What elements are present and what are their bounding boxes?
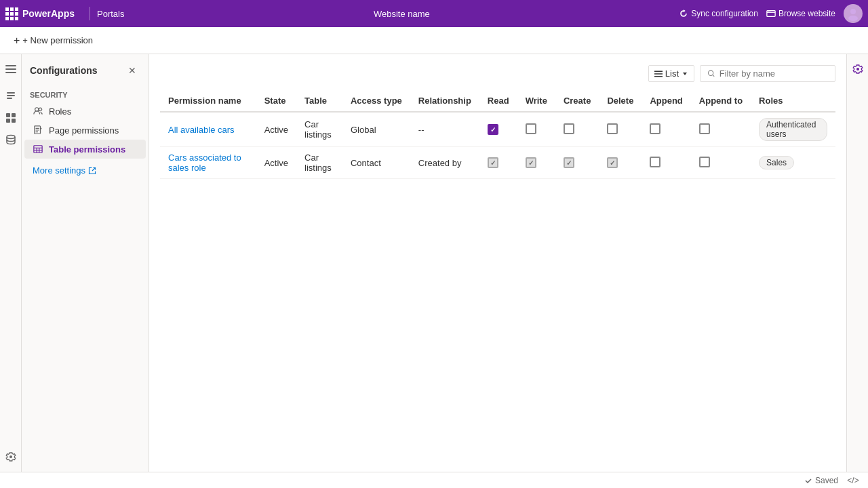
topbar-divider — [90, 7, 90, 20]
svg-rect-6 — [5, 68, 16, 70]
roles-icon — [33, 106, 43, 117]
svg-rect-8 — [7, 92, 15, 94]
chevron-down-icon — [682, 70, 688, 77]
page-permissions-label: Page permissions — [49, 125, 119, 136]
topbar-right: Sync configuration Browse website — [679, 4, 863, 23]
browse-label: Browse website — [778, 9, 835, 18]
grid-icon — [5, 7, 18, 20]
security-section-label: Security — [22, 87, 149, 102]
cell-write[interactable] — [517, 147, 555, 179]
append-to-checkbox[interactable] — [699, 123, 710, 134]
cell-table: Car listings — [296, 112, 342, 147]
create-checkbox-gray[interactable] — [564, 157, 574, 168]
create-checkbox[interactable] — [564, 123, 574, 134]
svg-point-1 — [768, 11, 768, 12]
more-settings-link[interactable]: More settings — [24, 161, 146, 180]
saved-status: Saved — [804, 476, 838, 485]
right-icon-bar — [846, 54, 868, 472]
list-view-selector[interactable]: List — [648, 65, 694, 82]
statusbar: Saved </> — [0, 472, 868, 488]
col-roles: Roles — [751, 90, 835, 112]
write-checkbox[interactable] — [526, 123, 536, 134]
cell-create[interactable] — [555, 147, 599, 179]
sidebar-item-table-permissions[interactable]: Table permissions — [24, 140, 146, 159]
cell-read[interactable] — [479, 147, 517, 179]
read-checkbox-gray[interactable] — [488, 157, 498, 168]
cell-delete[interactable] — [599, 147, 642, 179]
col-read: Read — [479, 90, 517, 112]
table-permissions-icon — [33, 144, 43, 155]
avatar-image — [846, 6, 861, 21]
code-icon: </> — [847, 476, 859, 485]
settings-nav-icon[interactable] — [1, 447, 20, 466]
cell-append[interactable] — [642, 112, 690, 147]
plus-icon: + — [14, 35, 20, 47]
table-container: List Permission name — [149, 54, 846, 190]
col-relationship: Relationship — [410, 90, 479, 112]
saved-check-icon — [804, 476, 812, 485]
cell-permission-name[interactable]: All available cars — [160, 112, 256, 147]
svg-rect-14 — [12, 119, 16, 123]
code-editor-button[interactable]: </> — [846, 474, 860, 487]
components-icon[interactable] — [1, 108, 20, 127]
page-permissions-icon — [33, 125, 43, 136]
svg-rect-22 — [654, 76, 663, 77]
sidebar-item-roles[interactable]: Roles — [24, 102, 146, 121]
browse-icon — [766, 9, 776, 18]
settings-panel-button[interactable] — [848, 60, 867, 79]
topbar: PowerApps Portals Website name Sync conf… — [0, 0, 868, 27]
pages-icon[interactable] — [1, 87, 20, 106]
role-badge: Sales — [759, 156, 794, 169]
table-header: Permission name State Table Access type … — [160, 90, 835, 112]
svg-rect-9 — [7, 95, 15, 96]
col-append-to: Append to — [691, 90, 751, 112]
new-permission-label: + New permission — [22, 35, 93, 45]
read-checkbox-checked[interactable] — [488, 124, 498, 135]
svg-point-15 — [7, 136, 15, 139]
filter-by-name-input[interactable] — [719, 68, 828, 79]
more-settings-label: More settings — [33, 165, 85, 176]
sync-icon — [679, 9, 688, 18]
cell-append-to[interactable] — [691, 147, 751, 179]
col-permission-name: Permission name — [160, 90, 256, 112]
portals-label[interactable]: Portals — [97, 9, 124, 19]
browse-website-button[interactable]: Browse website — [766, 9, 835, 18]
hamburger-menu-icon[interactable] — [1, 60, 20, 79]
roles-label: Roles — [49, 106, 71, 117]
delete-checkbox-gray[interactable] — [607, 157, 618, 168]
cell-create[interactable] — [555, 112, 599, 147]
cell-append[interactable] — [642, 147, 690, 179]
cell-state: Active — [256, 112, 296, 147]
append-checkbox[interactable] — [650, 157, 660, 167]
col-append: Append — [642, 90, 690, 112]
sidebar-item-page-permissions[interactable]: Page permissions — [24, 121, 146, 140]
new-permission-button[interactable]: + + New permission — [8, 32, 98, 49]
cell-write[interactable] — [517, 112, 555, 147]
filter-search-icon — [707, 69, 715, 78]
cell-delete[interactable] — [599, 112, 642, 147]
svg-point-16 — [35, 108, 39, 111]
write-checkbox-gray[interactable] — [526, 157, 536, 168]
svg-point-3 — [850, 9, 856, 14]
append-to-checkbox[interactable] — [699, 157, 710, 167]
sidebar-close-button[interactable]: ✕ — [124, 62, 140, 79]
append-checkbox[interactable] — [650, 123, 660, 134]
col-state: State — [256, 90, 296, 112]
main-layout: Configurations ✕ Security Roles — [0, 54, 868, 472]
cell-access-type: Global — [342, 112, 410, 147]
delete-checkbox[interactable] — [607, 123, 618, 134]
cell-permission-name[interactable]: Cars associated to sales role — [160, 147, 256, 179]
cell-append-to[interactable] — [691, 112, 751, 147]
sidebar-header: Configurations ✕ — [22, 54, 149, 84]
data-icon[interactable] — [1, 130, 20, 149]
list-view-icon — [654, 70, 663, 78]
filter-input-container[interactable] — [700, 65, 835, 82]
app-name: PowerApps — [22, 8, 75, 19]
sync-configuration-button[interactable]: Sync configuration — [679, 9, 758, 18]
user-avatar[interactable] — [844, 4, 863, 23]
cell-read[interactable] — [479, 112, 517, 147]
permissions-table: Permission name State Table Access type … — [160, 90, 835, 179]
cell-roles: Sales — [751, 147, 835, 179]
svg-rect-20 — [654, 70, 663, 72]
sidebar-section-security: Security Roles — [22, 84, 149, 161]
